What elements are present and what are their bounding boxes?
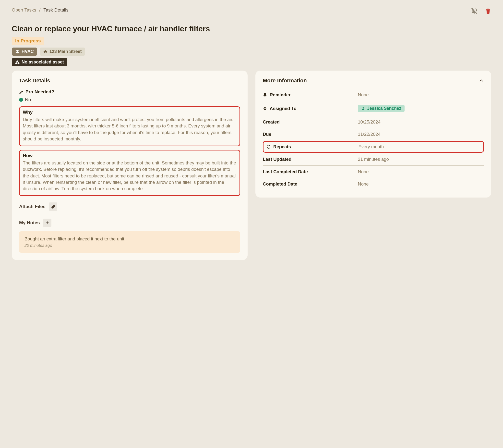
pro-needed-answer: No bbox=[19, 97, 240, 102]
people-small-icon bbox=[361, 107, 365, 111]
attach-files-label: Attach Files bbox=[19, 204, 46, 209]
attach-files-button[interactable] bbox=[49, 202, 57, 211]
note-item[interactable]: Bought an extra filter and placed it nex… bbox=[19, 231, 240, 253]
address-badge[interactable]: 123 Main Street bbox=[40, 48, 85, 56]
page-title: Clean or replace your HVAC furnace / air… bbox=[12, 25, 491, 33]
how-section: How The filters are usually located on t… bbox=[19, 150, 240, 196]
more-information-heading: More Information bbox=[263, 77, 307, 84]
add-note-button[interactable] bbox=[43, 219, 51, 227]
why-title: Why bbox=[23, 110, 236, 115]
category-badge[interactable]: HVAC bbox=[12, 48, 37, 56]
asset-badge-label: No associated asset bbox=[22, 60, 64, 65]
my-notes-label: My Notes bbox=[19, 220, 40, 225]
layers-icon bbox=[15, 50, 20, 54]
pro-needed-value: No bbox=[25, 97, 31, 102]
completed-value: None bbox=[358, 181, 484, 187]
breadcrumb-current: Task Details bbox=[43, 7, 68, 13]
assigned-label: Assigned To bbox=[270, 106, 297, 111]
assigned-to-row: Assigned To Jessica Sanchez bbox=[263, 101, 484, 116]
my-notes-row: My Notes bbox=[19, 219, 240, 227]
note-timestamp: 20 minutes ago bbox=[25, 243, 235, 248]
paperclip-icon bbox=[51, 204, 55, 209]
last-updated-label: Last Updated bbox=[263, 157, 291, 162]
bell-icon bbox=[263, 93, 267, 97]
house-icon bbox=[43, 50, 47, 54]
breadcrumb: Open Tasks / Task Details bbox=[12, 7, 69, 13]
status-dot-icon bbox=[19, 98, 23, 102]
why-body: Dirty filters will make your system inef… bbox=[23, 116, 236, 142]
reminder-row: Reminder None bbox=[263, 89, 484, 101]
created-label: Created bbox=[263, 119, 280, 125]
repeats-label: Repeats bbox=[273, 144, 291, 149]
delete-task-icon[interactable] bbox=[485, 7, 491, 15]
more-information-card: More Information Reminder None bbox=[255, 71, 491, 198]
asset-badge[interactable]: No associated asset bbox=[12, 58, 67, 66]
breadcrumb-root[interactable]: Open Tasks bbox=[12, 7, 36, 13]
breadcrumb-separator: / bbox=[39, 7, 40, 13]
why-section: Why Dirty filters will make your system … bbox=[19, 106, 240, 146]
collapse-icon[interactable] bbox=[478, 78, 484, 83]
category-badge-label: HVAC bbox=[22, 49, 34, 54]
status-badge: In Progress bbox=[12, 37, 44, 45]
reminder-label: Reminder bbox=[270, 92, 290, 98]
due-value: 11/22/2024 bbox=[358, 132, 484, 137]
repeats-highlight: Repeats Every month bbox=[263, 141, 484, 153]
repeat-icon bbox=[267, 145, 271, 149]
people-icon bbox=[263, 106, 267, 111]
how-title: How bbox=[23, 153, 236, 158]
last-completed-label: Last Completed Date bbox=[263, 169, 308, 174]
task-details-card: Task Details Pro Needed? No Why Dirty fi… bbox=[12, 71, 248, 260]
hammer-icon bbox=[19, 90, 24, 94]
last-updated-value: 21 minutes ago bbox=[358, 157, 484, 162]
how-body: The filters are usually located on the s… bbox=[23, 160, 236, 192]
cubes-icon bbox=[15, 60, 20, 65]
note-text: Bought an extra filter and placed it nex… bbox=[25, 236, 235, 242]
attach-files-row: Attach Files bbox=[19, 202, 240, 211]
last-updated-row: Last Updated 21 minutes ago bbox=[263, 153, 484, 166]
created-row: Created 10/25/2024 bbox=[263, 116, 484, 128]
pro-needed-label: Pro Needed? bbox=[25, 89, 54, 95]
completed-row: Completed Date None bbox=[263, 178, 484, 190]
assigned-value: Jessica Sanchez bbox=[367, 106, 401, 111]
completed-label: Completed Date bbox=[263, 181, 297, 187]
assigned-person-pill[interactable]: Jessica Sanchez bbox=[358, 105, 405, 112]
due-label: Due bbox=[263, 132, 271, 137]
address-badge-label: 123 Main Street bbox=[49, 49, 82, 54]
repeats-row: Repeats Every month bbox=[267, 144, 480, 150]
reminder-value: None bbox=[358, 92, 484, 98]
plus-icon bbox=[45, 221, 49, 225]
created-value: 10/25/2024 bbox=[358, 119, 484, 125]
last-completed-value: None bbox=[358, 169, 484, 174]
task-details-heading: Task Details bbox=[19, 77, 240, 84]
pro-needed-heading: Pro Needed? bbox=[19, 89, 240, 95]
mute-notifications-icon[interactable] bbox=[471, 7, 478, 15]
last-completed-row: Last Completed Date None bbox=[263, 166, 484, 178]
due-row: Due 11/22/2024 bbox=[263, 128, 484, 140]
repeats-value: Every month bbox=[358, 144, 480, 149]
